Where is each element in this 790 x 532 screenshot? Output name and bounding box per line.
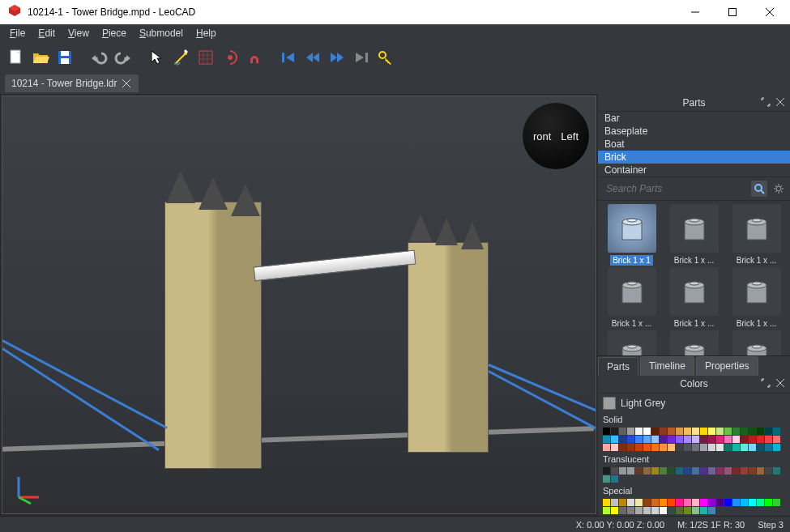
color-swatch[interactable]	[603, 475, 610, 483]
color-swatch[interactable]	[635, 507, 643, 514]
color-swatch[interactable]	[692, 467, 699, 475]
snap-toggle-icon[interactable]	[243, 46, 266, 69]
color-swatch[interactable]	[716, 444, 724, 451]
color-swatch[interactable]	[708, 507, 715, 514]
snap-angle-icon[interactable]	[219, 46, 241, 69]
color-swatch[interactable]	[611, 428, 618, 435]
panel-tab-properties[interactable]: Properties	[696, 356, 758, 376]
color-swatch[interactable]	[651, 507, 659, 514]
color-swatch[interactable]	[732, 428, 740, 435]
color-swatch[interactable]	[684, 507, 691, 514]
color-swatch[interactable]	[716, 499, 724, 506]
color-swatch[interactable]	[692, 507, 699, 514]
document-tab[interactable]: 10214 - Tower Bridge.ldr	[5, 74, 139, 92]
color-swatch[interactable]	[611, 436, 618, 443]
color-swatch[interactable]	[773, 467, 780, 475]
search-icon[interactable]	[751, 181, 767, 197]
color-swatch[interactable]	[676, 428, 683, 435]
step-first-icon[interactable]	[277, 46, 300, 69]
color-swatch[interactable]	[668, 436, 675, 443]
color-swatch[interactable]	[732, 467, 740, 475]
color-swatch[interactable]	[651, 428, 659, 435]
color-swatch[interactable]	[611, 467, 618, 475]
color-swatch[interactable]	[676, 436, 683, 443]
color-swatch[interactable]	[676, 444, 683, 451]
color-swatch[interactable]	[627, 444, 634, 451]
color-swatch[interactable]	[708, 444, 715, 451]
color-swatch[interactable]	[627, 436, 634, 443]
part-item[interactable]: Brick 1 x ...	[664, 204, 724, 266]
color-swatch[interactable]	[635, 499, 643, 506]
menu-submodel[interactable]: Submodel	[133, 26, 190, 40]
part-item[interactable]	[664, 330, 724, 355]
color-swatch[interactable]	[643, 467, 651, 475]
color-swatch[interactable]	[708, 428, 715, 435]
category-item[interactable]: Baseplate	[598, 125, 790, 138]
menu-help[interactable]: Help	[190, 26, 223, 40]
color-swatch[interactable]	[757, 436, 764, 443]
color-swatch[interactable]	[716, 467, 724, 475]
color-swatch[interactable]	[741, 499, 748, 506]
part-item[interactable]: Brick 1 x ...	[726, 204, 787, 266]
color-swatch[interactable]	[716, 428, 724, 435]
color-swatch[interactable]	[724, 444, 732, 451]
color-swatch[interactable]	[611, 499, 618, 506]
color-swatch[interactable]	[619, 436, 626, 443]
color-swatch[interactable]	[660, 499, 667, 506]
color-swatch[interactable]	[724, 467, 732, 475]
color-swatch[interactable]	[676, 499, 683, 506]
viewcube-face-front[interactable]: ront	[532, 130, 553, 143]
color-swatch[interactable]	[684, 436, 691, 443]
color-swatch[interactable]	[700, 499, 707, 506]
3d-viewport[interactable]: ront Left	[2, 96, 596, 514]
color-swatch[interactable]	[700, 507, 707, 514]
color-swatch[interactable]	[643, 507, 651, 514]
color-swatch[interactable]	[732, 436, 740, 443]
snap-xy-icon[interactable]	[194, 46, 217, 69]
color-swatch[interactable]	[732, 444, 740, 451]
color-swatch[interactable]	[611, 475, 618, 483]
color-swatch[interactable]	[749, 467, 756, 475]
color-swatch[interactable]	[724, 436, 732, 443]
maximize-button[interactable]	[714, 0, 751, 24]
color-swatch[interactable]	[749, 499, 756, 506]
parts-search-input[interactable]	[601, 181, 748, 197]
color-swatch[interactable]	[643, 499, 651, 506]
color-swatch[interactable]	[635, 467, 643, 475]
color-swatch[interactable]	[700, 428, 707, 435]
color-swatch[interactable]	[765, 436, 772, 443]
color-swatch[interactable]	[749, 444, 756, 451]
color-swatch[interactable]	[603, 467, 610, 475]
color-swatch[interactable]	[708, 467, 715, 475]
color-swatch[interactable]	[635, 444, 643, 451]
save-file-icon[interactable]	[53, 46, 76, 69]
color-swatch[interactable]	[619, 444, 626, 451]
color-swatch[interactable]	[660, 467, 667, 475]
part-item[interactable]: Brick 1 x ...	[601, 267, 662, 329]
part-item[interactable]: Brick 1 x ...	[726, 267, 787, 329]
category-item[interactable]: Boat	[598, 138, 790, 151]
color-swatch[interactable]	[684, 467, 691, 475]
color-swatch[interactable]	[700, 436, 707, 443]
select-tool-icon[interactable]	[146, 46, 169, 69]
color-swatch[interactable]	[692, 436, 699, 443]
panel-tab-timeline[interactable]: Timeline	[640, 356, 694, 376]
minimize-button[interactable]	[677, 0, 714, 24]
color-swatch[interactable]	[757, 444, 764, 451]
color-swatch[interactable]	[635, 436, 643, 443]
view-cube[interactable]: ront Left	[523, 103, 589, 169]
color-swatch[interactable]	[741, 428, 748, 435]
color-swatch[interactable]	[757, 467, 764, 475]
color-swatch[interactable]	[676, 467, 683, 475]
color-swatch[interactable]	[627, 499, 634, 506]
parts-settings-icon[interactable]	[771, 181, 787, 197]
color-swatch[interactable]	[684, 499, 691, 506]
color-swatch[interactable]	[692, 499, 699, 506]
color-swatch[interactable]	[627, 507, 634, 514]
color-swatch[interactable]	[603, 436, 610, 443]
color-swatch[interactable]	[700, 444, 707, 451]
color-swatch[interactable]	[773, 444, 780, 451]
color-swatch[interactable]	[619, 467, 626, 475]
category-item[interactable]: Brick	[598, 151, 790, 164]
color-swatch[interactable]	[757, 499, 764, 506]
